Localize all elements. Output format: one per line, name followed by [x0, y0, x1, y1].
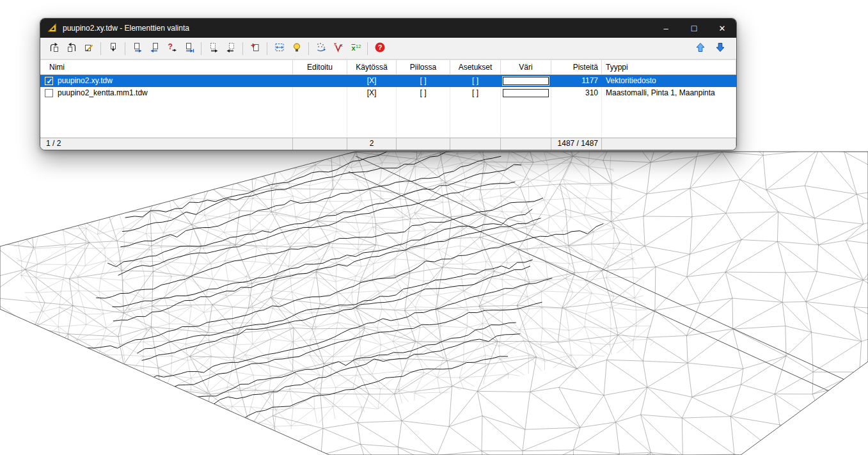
close-button[interactable]: ✕	[708, 19, 736, 38]
row-checkbox[interactable]	[45, 89, 53, 97]
column-header-pisteita: Pisteitä	[551, 60, 602, 74]
toolbar-separator	[267, 42, 267, 55]
move-to-next-icon	[208, 42, 219, 56]
row-checkbox[interactable]	[45, 77, 53, 85]
add-file-icon	[249, 42, 261, 56]
cell-editoitu	[293, 75, 347, 87]
move-file-up-button[interactable]	[691, 40, 709, 56]
draw-selection-button[interactable]	[288, 40, 305, 56]
status-kaytossa: 2	[347, 138, 397, 150]
copy-to-next-button[interactable]	[129, 40, 146, 56]
cell-tyyppi: Vektoritiedosto	[602, 75, 736, 87]
copy-to-previous-icon	[149, 42, 161, 56]
cell-piilossa[interactable]: [ ]	[397, 75, 450, 87]
cell-tyyppi: Maastomalli, Pinta 1, Maanpinta	[602, 87, 736, 99]
toolbar-separator	[367, 42, 368, 55]
table-row[interactable]: puupino2_kentta.mm1.tdw [X] [ ] [ ] 310 …	[40, 87, 736, 99]
copy-query-button[interactable]: ?	[163, 40, 180, 56]
next-element-icon	[66, 42, 77, 56]
file-name: puupino2.xy.tdw	[58, 75, 113, 87]
status-selection: 1 / 2	[40, 138, 293, 150]
toolbar-separator	[308, 42, 309, 55]
thin-points-button[interactable]	[312, 40, 329, 56]
cell-asetukset[interactable]: [ ]	[450, 87, 501, 99]
table-empty-area	[40, 99, 736, 138]
cell-kaytossa[interactable]: [X]	[347, 75, 397, 87]
select-by-dialog-icon	[107, 42, 119, 56]
cell-piilossa[interactable]: [ ]	[397, 87, 450, 99]
select-by-dialog-button[interactable]	[104, 40, 122, 56]
add-file-button[interactable]	[246, 40, 264, 56]
copy-query-icon: ?	[166, 42, 178, 56]
column-header-tyyppi: Tyyppi	[602, 60, 736, 74]
status-asetukset	[450, 138, 501, 150]
toolbar-separator	[242, 42, 243, 55]
svg-text:?: ?	[168, 42, 172, 51]
close-icon: ✕	[719, 24, 726, 33]
cell-editoitu	[293, 87, 347, 99]
previous-element-icon	[49, 42, 60, 56]
maximize-icon: □	[691, 24, 697, 33]
svg-text:12: 12	[356, 43, 361, 49]
check-codes-button[interactable]: x	[329, 40, 347, 56]
column-header-nimi: Nimi	[40, 60, 293, 74]
element-table: Nimi Editoitu Käytössä Piilossa Asetukse…	[40, 60, 736, 138]
status-points: 1487 / 1487	[551, 138, 602, 150]
element-selection-dialog[interactable]: puupino2.xy.tdw - Elementtien valinta – …	[40, 18, 737, 150]
toolbar-separator	[125, 42, 125, 55]
file-order-controls	[691, 40, 731, 56]
move-to-next-button[interactable]	[205, 40, 222, 56]
toolbar-separator	[100, 42, 101, 55]
move-to-previous-icon	[225, 42, 237, 56]
help-button[interactable]: ?	[371, 40, 388, 56]
arrow-down-icon	[714, 42, 726, 56]
table-header: Nimi Editoitu Käytössä Piilossa Asetukse…	[40, 60, 736, 75]
arrow-up-icon	[695, 42, 706, 56]
copy-to-all-button[interactable]	[180, 40, 198, 56]
color-swatch[interactable]	[503, 89, 549, 97]
column-header-vari: Väri	[501, 60, 551, 74]
window-controls: – □ ✕	[652, 19, 736, 38]
svg-text:x: x	[340, 43, 343, 47]
cell-kaytossa[interactable]: [X]	[347, 87, 397, 99]
cell-pisteita: 310	[551, 87, 602, 99]
copy-to-all-icon	[184, 42, 195, 56]
edit-element-button[interactable]	[80, 40, 97, 56]
edit-element-icon	[83, 42, 95, 56]
status-tyyppi	[602, 138, 736, 150]
draw-selection-icon	[291, 42, 303, 56]
color-swatch[interactable]	[503, 77, 549, 85]
column-header-piilossa: Piilossa	[397, 60, 450, 74]
help-icon: ?	[374, 42, 386, 56]
next-element-button[interactable]	[63, 40, 80, 56]
minimize-button[interactable]: –	[652, 19, 680, 38]
status-piilossa	[397, 138, 450, 150]
column-header-kaytossa: Käytössä	[347, 60, 397, 74]
move-to-previous-button[interactable]	[222, 40, 239, 56]
toolbar: ? x x12	[40, 38, 736, 60]
minimize-icon: –	[663, 24, 668, 33]
column-header-editoitu: Editoitu	[293, 60, 347, 74]
cell-pisteita: 1177	[551, 75, 602, 87]
svg-text:?: ?	[377, 44, 382, 51]
thin-points-icon	[315, 42, 327, 56]
status-bar: 1 / 2 2 1487 / 1487	[40, 138, 736, 150]
toolbar-separator	[201, 42, 201, 55]
maximize-button[interactable]: □	[680, 19, 708, 38]
check-codes-icon: x	[333, 42, 344, 56]
cell-asetukset[interactable]: [ ]	[450, 75, 501, 87]
move-file-down-button[interactable]	[711, 40, 729, 56]
table-row[interactable]: puupino2.xy.tdw [X] [ ] [ ] 1177 Vektori…	[40, 75, 736, 87]
app-logo-icon	[47, 23, 58, 33]
status-vari	[501, 138, 551, 150]
copy-to-next-icon	[132, 42, 143, 56]
previous-element-button[interactable]	[45, 40, 63, 56]
fit-selection-icon	[274, 42, 285, 56]
copy-to-previous-button[interactable]	[146, 40, 163, 56]
window-title: puupino2.xy.tdw - Elementtien valinta	[63, 24, 652, 33]
fit-selection-button[interactable]	[271, 40, 288, 56]
window-titlebar: puupino2.xy.tdw - Elementtien valinta – …	[40, 19, 736, 38]
check-point-numbers-button[interactable]: x12	[347, 40, 364, 56]
status-editoitu	[293, 138, 347, 150]
file-name: puupino2_kentta.mm1.tdw	[58, 87, 148, 99]
